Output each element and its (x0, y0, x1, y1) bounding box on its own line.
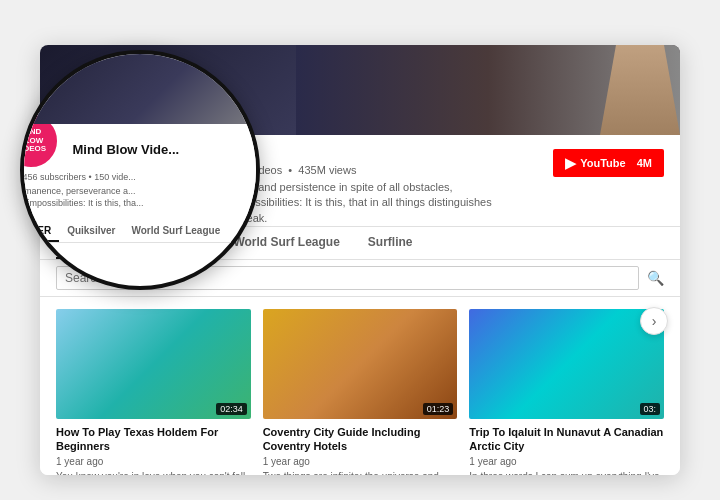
video-desc-1: You know you're in love when you can't f… (56, 470, 251, 475)
duration-badge-1: 02:34 (216, 403, 247, 415)
subscribe-button[interactable]: ▶ YouTube 4M (553, 149, 664, 177)
videos-grid: 02:34 How To Play Texas Holdem For Begin… (40, 297, 680, 475)
circle-inner: MINDBLOWVIDEOS Mind Blow Vide... 66,456 … (24, 54, 256, 286)
video-age-2: 1 year ago (263, 456, 458, 467)
search-button[interactable]: 🔍 (647, 270, 664, 286)
video-title-3: Trip To Iqaluit In Nunavut A Canadian Ar… (469, 425, 664, 454)
circle-channel-bar: MINDBLOWVIDEOS Mind Blow Vide... 66,456 … (24, 124, 256, 221)
circle-avatar-text: MINDBLOWVIDEOS (24, 128, 46, 154)
circle-channel-name: Mind Blow Vide... (72, 132, 179, 157)
circle-meta: 66,456 subscribers • 150 vide... (24, 172, 256, 182)
tab-surfline[interactable]: Surfline (354, 227, 427, 259)
duration-badge-2: 01:23 (423, 403, 454, 415)
circle-tab-quiksilver: Quiksilver (59, 221, 123, 242)
video-card-2[interactable]: 01:23 Coventry City Guide Including Cove… (263, 309, 458, 475)
video-card-1[interactable]: 02:34 How To Play Texas Holdem For Begin… (56, 309, 251, 475)
video-desc-3: In three words I can sum up everything I… (469, 470, 664, 475)
circle-content: MINDBLOWVIDEOS Mind Blow Vide... 66,456 … (24, 54, 256, 286)
hero-person (600, 45, 680, 135)
video-thumbnail-2: 01:23 (263, 309, 458, 419)
circle-tabs: SURFER Quiksilver World Surf League (24, 221, 256, 243)
video-desc-2: Two things are infinite: the universe an… (263, 470, 458, 475)
youtube-icon: ▶ (565, 155, 576, 171)
video-thumbnail-1: 02:34 (56, 309, 251, 419)
video-thumbnail-3: 03: (469, 309, 664, 419)
hero-overlay (296, 45, 680, 135)
video-title-2: Coventry City Guide Including Coventry H… (263, 425, 458, 454)
video-card-3[interactable]: 03: Trip To Iqaluit In Nunavut A Canadia… (469, 309, 664, 475)
video-age-3: 1 year ago (469, 456, 664, 467)
circle-hero (24, 54, 256, 124)
video-age-1: 1 year ago (56, 456, 251, 467)
circle-tab-world-surf: World Surf League (123, 221, 228, 242)
circle-overlay: MINDBLOWVIDEOS Mind Blow Vide... 66,456 … (20, 50, 260, 290)
circle-tab-surfer: SURFER (24, 221, 59, 242)
video-title-1: How To Play Texas Holdem For Beginners (56, 425, 251, 454)
circle-desc-text: Permanence, perseverance a...and impossi… (24, 182, 256, 213)
duration-badge-3: 03: (640, 403, 661, 415)
next-arrow-button[interactable]: › (640, 307, 668, 335)
